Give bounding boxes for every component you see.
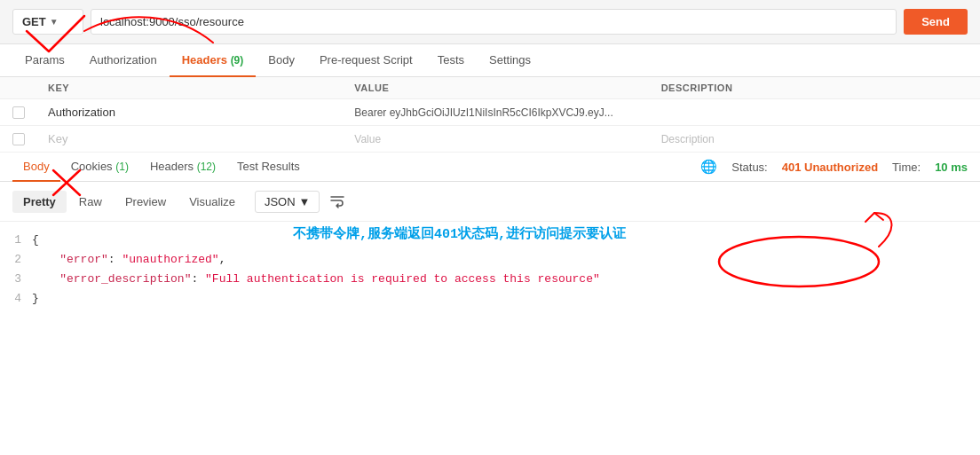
placeholder-key[interactable]: Key (48, 132, 354, 145)
row-key[interactable]: Authorization (48, 106, 354, 119)
table-placeholder-row: Key Value Description (0, 126, 980, 153)
tab-tests[interactable]: Tests (425, 44, 477, 77)
url-bar: GET ▼ Send (0, 0, 980, 44)
globe-icon: 🌐 (700, 159, 717, 175)
format-select-label: JSON (265, 195, 296, 208)
table-header-row: KEY VALUE DESCRIPTION (0, 77, 980, 99)
tab-settings[interactable]: Settings (477, 44, 543, 77)
response-tab-cookies[interactable]: Cookies (1) (60, 153, 139, 182)
tab-pre-request-script[interactable]: Pre-request Script (307, 44, 425, 77)
status-label: Status: (731, 161, 767, 174)
fmt-tab-pretty[interactable]: Pretty (12, 191, 67, 213)
line-num-3: 3 (0, 270, 32, 289)
line-content-3: "error_description": "Full authenticatio… (32, 270, 980, 289)
headers-badge: (9) (231, 54, 244, 67)
placeholder-checkbox[interactable] (12, 133, 48, 145)
response-headers-badge: (12) (197, 161, 216, 173)
col-key: KEY (48, 82, 354, 93)
fmt-tab-visualize[interactable]: Visualize (178, 191, 246, 213)
response-tab-body[interactable]: Body (12, 153, 60, 182)
tab-headers[interactable]: Headers (9) (170, 44, 257, 77)
format-chevron: ▼ (299, 195, 311, 208)
response-tab-test-results[interactable]: Test Results (226, 153, 311, 182)
method-select[interactable]: GET ▼ (12, 9, 83, 35)
send-button[interactable]: Send (904, 9, 968, 35)
line-num-4: 4 (0, 289, 32, 309)
tab-body[interactable]: Body (256, 44, 307, 77)
main-container: GET ▼ Send Params Authorization Headers … (0, 0, 980, 318)
method-label: GET (22, 15, 46, 28)
line-content-2: "error": "unauthorized", (32, 250, 980, 270)
code-line-2: 2 "error": "unauthorized", (0, 250, 980, 270)
col-checkbox (12, 82, 48, 93)
method-chevron: ▼ (50, 17, 59, 27)
code-area: 不携带令牌,服务端返回401状态码,进行访问提示要认证 1 { 2 "error… (0, 222, 980, 318)
fmt-tab-raw[interactable]: Raw (68, 191, 113, 213)
line-num-1: 1 (0, 231, 32, 250)
col-value: VALUE (354, 82, 660, 93)
tab-authorization[interactable]: Authorization (77, 44, 170, 77)
cookies-badge: (1) (115, 161, 129, 173)
row-value[interactable]: Bearer eyJhbGciOiJIUzI1NiIsInR5cCI6IkpXV… (354, 106, 660, 119)
tab-params[interactable]: Params (12, 44, 77, 77)
format-toolbar: Pretty Raw Preview Visualize JSON ▼ (0, 182, 980, 222)
placeholder-description[interactable]: Description (661, 133, 968, 145)
line-num-2: 2 (0, 250, 32, 270)
status-value: 401 Unauthorized (782, 161, 878, 174)
wrap-lines-icon (329, 193, 345, 209)
wrap-icon-button[interactable] (325, 189, 350, 214)
response-status: 🌐 Status: 401 Unauthorized Time: 10 ms (700, 159, 968, 175)
response-tab-headers[interactable]: Headers (12) (139, 153, 226, 182)
request-tabs: Params Authorization Headers (9) Body Pr… (0, 44, 980, 77)
format-select[interactable]: JSON ▼ (255, 191, 320, 213)
row-checkbox[interactable] (12, 106, 48, 119)
headers-table: KEY VALUE DESCRIPTION Authorization Bear… (0, 77, 980, 153)
time-label: Time: (892, 161, 921, 174)
table-row: Authorization Bearer eyJhbGciOiJIUzI1NiI… (0, 99, 980, 126)
placeholder-value[interactable]: Value (354, 133, 660, 145)
time-value: 10 ms (935, 161, 968, 174)
code-line-4: 4 } (0, 289, 980, 309)
code-line-1: 1 { (0, 231, 980, 250)
url-input[interactable] (91, 9, 897, 35)
line-content-4: } (32, 289, 980, 309)
fmt-tab-preview[interactable]: Preview (115, 191, 177, 213)
response-tabs: Body Cookies (1) Headers (12) Test Resul… (0, 153, 980, 182)
code-line-3: 3 "error_description": "Full authenticat… (0, 270, 980, 289)
line-content-1: { (32, 231, 980, 250)
col-description: DESCRIPTION (661, 82, 968, 93)
